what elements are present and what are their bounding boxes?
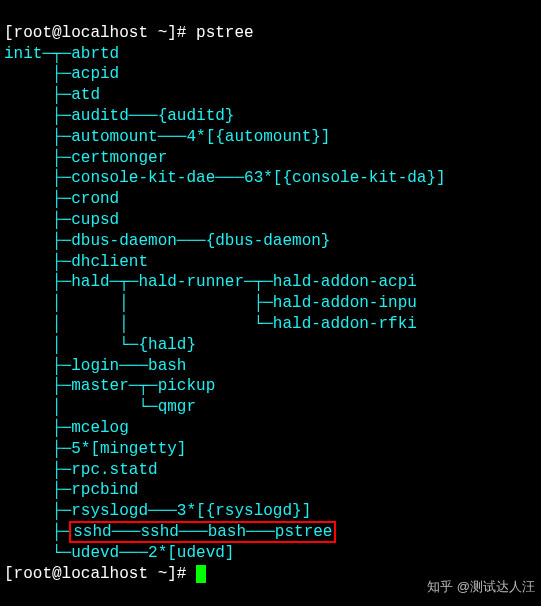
tree-line: ├─rpc.statd xyxy=(4,461,158,479)
tree-line: ├─master─┬─pickup xyxy=(4,377,215,395)
prompt-line: [root@localhost ~]# xyxy=(4,565,206,583)
tree-line: init─┬─abrtd xyxy=(4,45,119,63)
tree-line: ├─rpcbind xyxy=(4,481,138,499)
prompt: [root@localhost ~]# xyxy=(4,565,186,583)
tree-line: │ └─qmgr xyxy=(4,398,196,416)
tree-line: ├─atd xyxy=(4,86,100,104)
terminal[interactable]: [root@localhost ~]# pstree init─┬─abrtd … xyxy=(0,0,541,586)
highlight-box: sshd───sshd───bash───pstree xyxy=(69,521,336,543)
prompt-line: [root@localhost ~]# pstree xyxy=(4,24,254,42)
watermark: 知乎 @测试达人汪 xyxy=(427,579,535,596)
tree-line: ├─auditd───{auditd} xyxy=(4,107,234,125)
cursor-icon xyxy=(196,565,206,583)
tree-line: │ └─{hald} xyxy=(4,336,196,354)
prompt: [root@localhost ~]# xyxy=(4,24,186,42)
tree-line: │ │ ├─hald-addon-inpu xyxy=(4,294,417,312)
tree-line: ├─hald─┬─hald-runner─┬─hald-addon-acpi xyxy=(4,273,417,291)
tree-line: ├─console-kit-dae───63*[{console-kit-da}… xyxy=(4,169,446,187)
tree-line: ├─cupsd xyxy=(4,211,119,229)
tree-line: └─udevd───2*[udevd] xyxy=(4,544,234,562)
tree-line: ├─crond xyxy=(4,190,119,208)
tree-line: ├─login───bash xyxy=(4,357,186,375)
command-text: pstree xyxy=(196,24,254,42)
tree-line: ├─certmonger xyxy=(4,149,167,167)
tree-line: ├─mcelog xyxy=(4,419,129,437)
tree-line: ├─acpid xyxy=(4,65,119,83)
tree-line: │ │ └─hald-addon-rfki xyxy=(4,315,417,333)
tree-line: ├─automount───4*[{automount}] xyxy=(4,128,330,146)
tree-line: ├─dbus-daemon───{dbus-daemon} xyxy=(4,232,330,250)
tree-line: ├─dhclient xyxy=(4,253,148,271)
tree-line: ├─5*[mingetty] xyxy=(4,440,186,458)
tree-line-highlighted: ├─sshd───sshd───bash───pstree xyxy=(4,523,336,541)
tree-line: ├─rsyslogd───3*[{rsyslogd}] xyxy=(4,502,311,520)
